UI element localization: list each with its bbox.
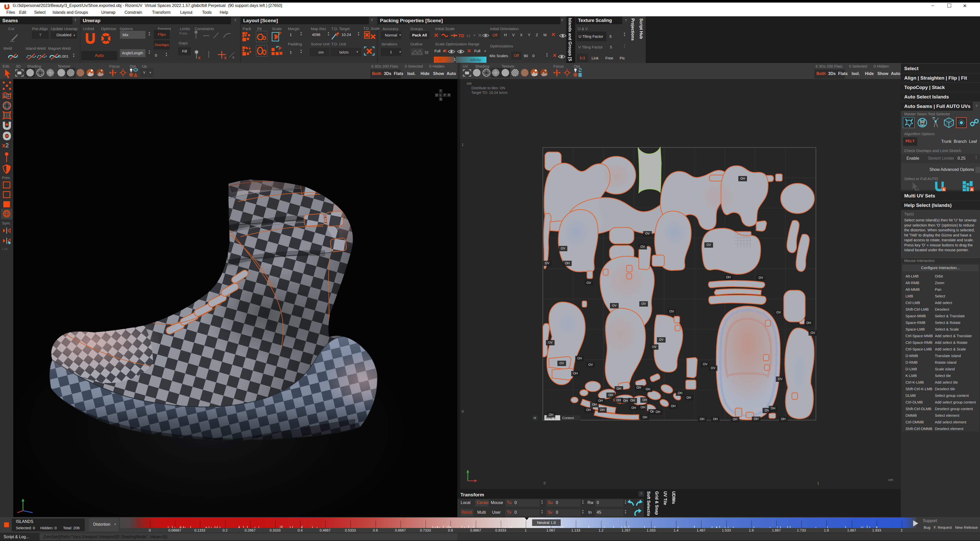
svg-text:0: 0 [462, 409, 464, 414]
svg-text:B: B [436, 93, 438, 97]
svg-text:✕: ✕ [478, 33, 482, 38]
svg-text:M: M [425, 50, 428, 55]
svg-text:T: T [440, 89, 442, 93]
svg-text:A: A [942, 187, 945, 192]
svg-text:Target TD: 10.24 tx/cm: Target TD: 10.24 tx/cm [471, 90, 508, 95]
svg-text:B: B [440, 97, 442, 101]
svg-text:L: L [440, 93, 442, 97]
svg-text:F: F [444, 93, 446, 97]
svg-text:H: H [534, 416, 536, 420]
svg-text:Content: Content [562, 416, 574, 420]
svg-text:TD: TD [458, 33, 464, 38]
svg-text:A: A [917, 187, 920, 192]
svg-text:1: 1 [462, 143, 464, 147]
svg-text:A: A [970, 187, 973, 192]
svg-text:R: R [448, 93, 450, 97]
svg-text:✕: ✕ [434, 32, 438, 38]
svg-text:x: x [224, 55, 227, 60]
svg-text:Distribute to tiles: ON: Distribute to tiles: ON [471, 86, 505, 90]
svg-text:cm: cm [467, 81, 472, 86]
svg-text:x: x [198, 55, 200, 60]
svg-text:P: P [279, 46, 282, 51]
svg-text:P: P [279, 32, 282, 36]
svg-text:cm: cm [888, 478, 893, 482]
svg-text:x1: x1 [466, 33, 471, 38]
svg-text:1: 1 [817, 481, 819, 485]
svg-text:0: 0 [544, 481, 546, 485]
svg-text:x: x [232, 55, 234, 59]
